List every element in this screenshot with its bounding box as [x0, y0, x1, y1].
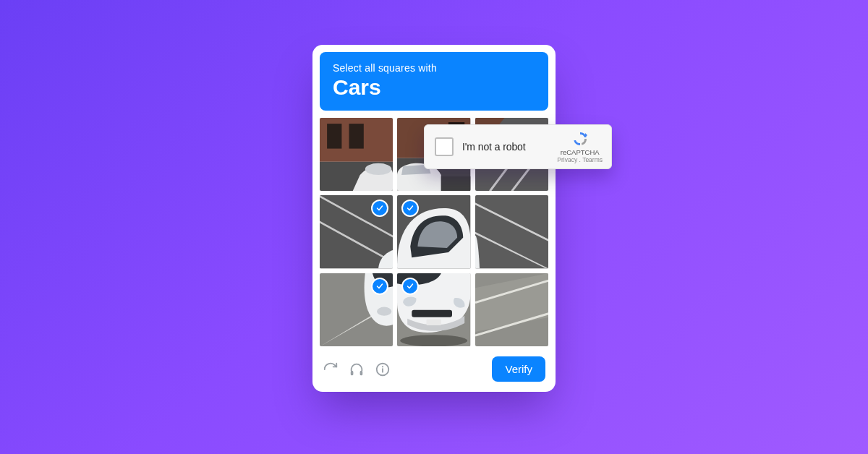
svg-rect-33 — [360, 370, 363, 374]
recaptcha-logo-icon — [571, 130, 589, 147]
check-icon — [401, 278, 419, 295]
svg-point-4 — [365, 163, 391, 175]
svg-point-27 — [400, 335, 467, 346]
captcha-tile[interactable] — [320, 195, 393, 268]
captcha-target: Cars — [333, 75, 535, 99]
recaptcha-label: I'm not a robot — [462, 141, 548, 153]
captcha-footer-icons — [323, 361, 391, 377]
captcha-challenge-card: Select all squares with Cars — [312, 45, 556, 392]
svg-rect-26 — [427, 320, 441, 325]
recaptcha-checkbox-card: I'm not a robot reCAPTCHA Privacy . Tear… — [424, 124, 612, 169]
svg-rect-18 — [475, 195, 548, 268]
captcha-footer: Verify — [320, 356, 548, 383]
captcha-tile[interactable] — [320, 273, 393, 346]
svg-point-23 — [377, 307, 391, 315]
verify-button[interactable]: Verify — [492, 356, 545, 382]
captcha-tile[interactable] — [475, 273, 548, 346]
refresh-icon[interactable] — [323, 361, 339, 377]
check-icon — [371, 278, 388, 295]
recaptcha-brand-name: reCAPTCHA — [561, 148, 600, 156]
captcha-instruction: Select all squares with — [333, 62, 535, 74]
captcha-tile[interactable] — [397, 273, 470, 346]
captcha-tile[interactable] — [475, 195, 548, 268]
svg-rect-32 — [351, 370, 354, 374]
svg-rect-3 — [349, 124, 364, 148]
recaptcha-legal: Privacy . Tearms — [557, 156, 603, 163]
svg-point-36 — [382, 366, 383, 367]
svg-rect-25 — [412, 309, 453, 317]
captcha-tile[interactable] — [397, 195, 470, 268]
captcha-tile[interactable] — [320, 118, 393, 191]
captcha-header: Select all squares with Cars — [320, 52, 548, 111]
svg-rect-2 — [327, 124, 341, 148]
recaptcha-brand: reCAPTCHA Privacy . Tearms — [557, 130, 603, 164]
info-icon[interactable] — [375, 361, 391, 377]
recaptcha-checkbox[interactable] — [435, 137, 454, 156]
svg-rect-8 — [441, 176, 471, 191]
headphones-icon[interactable] — [349, 361, 365, 377]
